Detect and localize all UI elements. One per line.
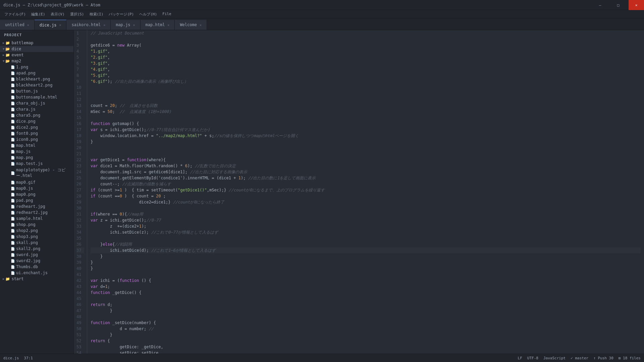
line-number-51: 51 <box>76 332 84 338</box>
tab-map-html[interactable]: map.html✕ <box>141 20 175 30</box>
file-sword.jpg[interactable]: 📄sword.jpg <box>0 252 73 258</box>
file-redheart.jpg[interactable]: 📄redheart.jpg <box>0 203 73 209</box>
file-icon0.png[interactable]: 📄icon0.png <box>0 136 73 142</box>
menu-item-検索(I)[interactable]: 検索(I) <box>87 11 106 17</box>
tab-map-js[interactable]: map.js✕ <box>111 20 140 30</box>
line-number-28: 28 <box>76 193 84 199</box>
file-skall2.png[interactable]: 📄skall2.png <box>0 246 73 252</box>
file-1.png[interactable]: 📄1.png <box>0 64 73 70</box>
file-label: blackheart.png <box>16 77 50 81</box>
folder-battlemap[interactable]: ▶📁battlemap <box>0 40 73 46</box>
code-line-31: if(where == 0){//map用 <box>91 211 641 217</box>
line-number-18: 18 <box>76 133 84 139</box>
status-javascript[interactable]: JavaScript <box>543 356 566 360</box>
file-blackheart.png[interactable]: 📄blackheart.png <box>0 76 73 82</box>
tab-close-icon[interactable]: ✕ <box>133 23 135 27</box>
tab-close-icon[interactable]: ✕ <box>59 23 61 27</box>
close-button[interactable]: ✕ <box>629 0 644 10</box>
code-line-18: window.location.href = "../map2/map.html… <box>91 133 641 139</box>
status-⊞-18-files[interactable]: ⊞ 18 files <box>619 356 641 360</box>
file-map.test.js[interactable]: 📄map.test.js <box>0 161 73 167</box>
tab-close-icon[interactable]: ✕ <box>27 23 29 27</box>
file-chara_obj.js[interactable]: 📄chara_obj.js <box>0 100 73 106</box>
file-map(plototype) - コピー.html[interactable]: 📄map(plototype) - コピー.html <box>0 167 73 179</box>
code-line-38: } <box>91 253 641 259</box>
file-redheart2.jpg[interactable]: 📄redheart2.jpg <box>0 209 73 216</box>
line-number-54: 54 <box>76 350 84 354</box>
file-sample.html[interactable]: 📄sample.html <box>0 216 73 222</box>
file-map.png[interactable]: 📄map.png <box>0 155 73 161</box>
line-number-19: 19 <box>76 139 84 145</box>
status-↑-push-30[interactable]: ↑ Push 30 <box>593 356 613 360</box>
file-icon: 📄 <box>11 77 15 81</box>
code-content[interactable]: // JavaScript Document getdice6 = new Ar… <box>87 30 644 354</box>
file-chara.js[interactable]: 📄chara.js <box>0 106 73 112</box>
tab-Welcome[interactable]: Welcome✕ <box>175 20 207 30</box>
file-shop.png[interactable]: 📄shop.png <box>0 222 73 228</box>
file-map0.js[interactable]: 📄map0.js <box>0 185 73 191</box>
file-skall.png[interactable]: 📄skall.png <box>0 240 73 246</box>
maximize-button[interactable]: □ <box>610 0 626 10</box>
file-label: blackheart2.png <box>16 83 52 87</box>
titlebar: dice.js — Z:\csd\project_g09\work — Atom… <box>0 0 644 10</box>
tab-saikoro-html[interactable]: saikoro.html✕ <box>66 20 111 30</box>
file-icon: 📄 <box>11 126 15 129</box>
file-sword2.jpg[interactable]: 📄sword2.jpg <box>0 258 73 264</box>
file-icon: 📄 <box>11 83 15 87</box>
code-line-34: ichi.setDice(z); //これで0~77が情報として入るはず <box>91 229 641 235</box>
menu-item-パッケージ(P)[interactable]: パッケージ(P) <box>106 11 137 17</box>
line-number-16: 16 <box>76 121 84 127</box>
code-line-9: "6.gif"); //出た目の画像の表示（画像呼び出し） <box>91 78 641 84</box>
folder-start[interactable]: ▶📁start <box>0 276 73 282</box>
file-font0.png[interactable]: 📄font0.png <box>0 130 73 136</box>
file-label: map.test.js <box>16 161 43 166</box>
tab-close-icon[interactable]: ✕ <box>200 23 202 27</box>
file-map.html[interactable]: 📄map.html <box>0 142 73 148</box>
menu-item-表示(V)[interactable]: 表示(V) <box>48 11 67 17</box>
menu-item-編集(E)[interactable]: 編集(E) <box>29 11 48 17</box>
menu-item-ファイル(F)[interactable]: ファイル(F) <box>2 11 29 17</box>
folder-map2[interactable]: ▼📂map2 <box>0 58 73 64</box>
code-line-46: return d; <box>91 302 641 308</box>
line-number-38: 38 <box>76 253 84 259</box>
tab-untitled[interactable]: untitled✕ <box>0 20 35 30</box>
file-shop3.png[interactable]: 📄shop3.png <box>0 234 73 240</box>
tab-close-icon[interactable]: ✕ <box>103 23 105 27</box>
file-icon: 📄 <box>11 223 15 227</box>
folder-event[interactable]: ▶📁event <box>0 52 73 58</box>
minimize-button[interactable]: — <box>592 0 608 10</box>
status-filename[interactable]: dice.js <box>3 356 19 360</box>
status-position[interactable]: 37:1 <box>24 356 33 360</box>
menu-item-File[interactable]: File <box>160 11 174 17</box>
file-icon: 📄 <box>11 156 15 160</box>
status-utf-8[interactable]: UTF-8 <box>527 356 538 360</box>
file-pad.png[interactable]: 📄pad.png <box>0 197 73 203</box>
file-chara5.png[interactable]: 📄chara5.png <box>0 112 73 118</box>
code-line-30 <box>91 205 641 211</box>
file-dice.png[interactable]: 📄dice.png <box>0 118 73 124</box>
file-buttonsample.html[interactable]: 📄buttonsample.html <box>0 94 73 100</box>
file-map0.png[interactable]: 📄map0.png <box>0 191 73 197</box>
file-dice2.png[interactable]: 📄dice2.png <box>0 124 73 130</box>
file-blackheart2.png[interactable]: 📄blackheart2.png <box>0 82 73 88</box>
file-shop2.png[interactable]: 📄shop2.png <box>0 228 73 234</box>
code-line-20 <box>91 145 641 151</box>
statusbar-left: dice.js 37:1 <box>3 356 33 360</box>
file-label: ui.enchant.js <box>16 270 48 275</box>
menu-item-ヘルプ(H)[interactable]: ヘルプ(H) <box>137 11 160 17</box>
file-ui.enchant.js[interactable]: 📄ui.enchant.js <box>0 270 73 276</box>
menu-item-選択(S)[interactable]: 選択(S) <box>67 11 87 17</box>
tab-close-icon[interactable]: ✕ <box>167 23 169 27</box>
file-map0.gif[interactable]: 📄map0.gif <box>0 179 73 185</box>
status-✓-master[interactable]: ✓ master <box>571 356 588 360</box>
file-Thumbs.db[interactable]: 📄Thumbs.db <box>0 264 73 270</box>
file-button.js[interactable]: 📄button.js <box>0 88 73 94</box>
tab-dice-js[interactable]: dice.js✕ <box>35 20 67 30</box>
status-lf[interactable]: LF <box>518 356 522 360</box>
file-apad.png[interactable]: 📄apad.png <box>0 70 73 76</box>
folder-dice[interactable]: ▼📂dice <box>0 46 73 52</box>
file-map.js[interactable]: 📄map.js <box>0 148 73 155</box>
code-editor[interactable]: 1234567891011121314151617181920212223242… <box>74 30 644 354</box>
line-number-17: 17 <box>76 127 84 133</box>
code-line-26: count--; //点滅回数の描数を減らす <box>91 181 641 187</box>
